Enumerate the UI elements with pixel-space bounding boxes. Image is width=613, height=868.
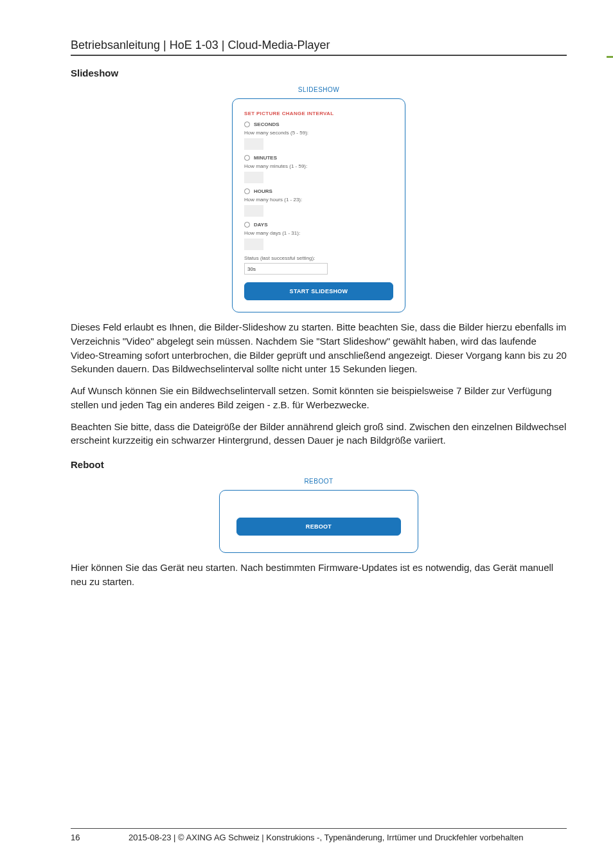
header-title: Betriebsanleitung | HoE 1-03 | Cloud-Med… <box>71 39 567 52</box>
radio-label-seconds: SECONDS <box>254 122 280 127</box>
page-number: 16 <box>71 833 129 842</box>
hint-days: How many days (1 - 31): <box>244 230 393 236</box>
radio-hours[interactable]: HOURS <box>244 188 393 194</box>
input-hours[interactable] <box>244 205 263 217</box>
slideshow-figure: SLIDESHOW SET PICTURE CHANGE INTERVAL SE… <box>71 86 567 312</box>
radio-label-hours: HOURS <box>254 188 272 194</box>
reboot-card-title: REBOOT <box>219 478 418 485</box>
footer-text: 2015-08-23 | © AXING AG Schweiz | Konstr… <box>129 833 567 842</box>
reboot-paragraph-1: Hier können Sie das Gerät neu starten. N… <box>71 561 567 589</box>
radio-seconds[interactable]: SECONDS <box>244 122 393 127</box>
hint-minutes: How many minutes (1 - 59): <box>244 163 393 169</box>
input-seconds[interactable] <box>244 138 263 150</box>
document-page: Betriebsanleitung | HoE 1-03 | Cloud-Med… <box>0 0 613 868</box>
page-footer: 16 2015-08-23 | © AXING AG Schweiz | Kon… <box>71 828 567 842</box>
start-slideshow-button[interactable]: START SLIDESHOW <box>244 282 393 300</box>
slideshow-paragraph-3: Beachten Sie bitte, dass die Dateigröße … <box>71 420 567 448</box>
slideshow-paragraph-2: Auf Wunsch können Sie ein Bildwechselint… <box>71 384 567 412</box>
section-heading-slideshow: Slideshow <box>71 68 567 78</box>
input-minutes[interactable] <box>244 172 263 183</box>
interval-group-title: SET PICTURE CHANGE INTERVAL <box>244 111 393 116</box>
reboot-button[interactable]: REBOOT <box>236 518 401 536</box>
slideshow-paragraph-1: Dieses Feld erlaubt es Ihnen, die Bilder… <box>71 320 567 376</box>
radio-icon <box>244 188 250 194</box>
start-slideshow-button-label: START SLIDESHOW <box>290 288 348 294</box>
radio-icon <box>244 122 250 127</box>
reboot-card: REBOOT <box>219 490 418 553</box>
hint-hours: How many hours (1 - 23): <box>244 197 393 203</box>
radio-label-days: DAYS <box>254 222 268 228</box>
accent-bar <box>607 56 613 58</box>
status-value-field <box>244 263 328 275</box>
radio-icon <box>244 222 250 228</box>
input-days[interactable] <box>244 239 263 250</box>
status-label: Status (last successful setting): <box>244 255 393 261</box>
radio-days[interactable]: DAYS <box>244 222 393 228</box>
reboot-button-label: REBOOT <box>306 523 332 530</box>
radio-minutes[interactable]: MINUTES <box>244 155 393 161</box>
section-heading-reboot: Reboot <box>71 459 567 470</box>
hint-seconds: How many seconds (5 - 59): <box>244 130 393 136</box>
reboot-figure: REBOOT REBOOT <box>71 478 567 553</box>
slideshow-card: SET PICTURE CHANGE INTERVAL SECONDS How … <box>232 98 405 312</box>
radio-icon <box>244 155 250 161</box>
page-header: Betriebsanleitung | HoE 1-03 | Cloud-Med… <box>71 39 567 56</box>
radio-label-minutes: MINUTES <box>254 155 277 161</box>
slideshow-card-title: SLIDESHOW <box>232 86 405 93</box>
